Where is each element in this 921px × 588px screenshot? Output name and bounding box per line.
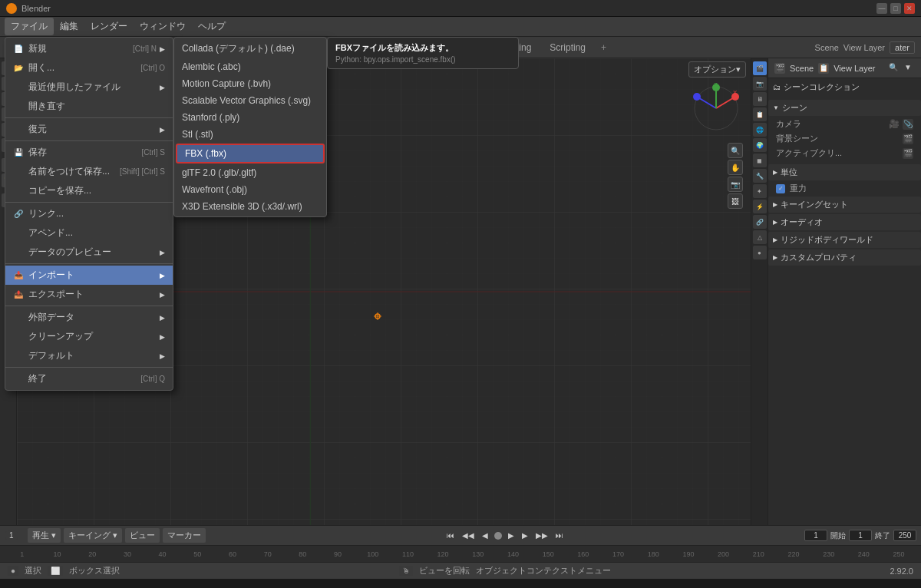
tool-hand[interactable]: ✋ xyxy=(728,160,743,175)
menu-new[interactable]: 📄 新規 [Ctrl] N ▶ xyxy=(5,39,173,58)
scene-name[interactable]: ater xyxy=(890,41,915,54)
prop-constraints-icon[interactable]: 🔗 xyxy=(753,215,767,229)
jump-start-btn[interactable]: ⏮ xyxy=(444,530,457,540)
right-panel-filter-icon[interactable]: ▼ xyxy=(904,63,915,74)
menu-render[interactable]: レンダー xyxy=(84,18,134,35)
append-label: アペンド... xyxy=(28,226,73,239)
timeline-num-20: 20 xyxy=(74,550,110,558)
prev-frame-btn[interactable]: ◀◀ xyxy=(459,530,477,540)
minimize-button[interactable]: — xyxy=(876,3,887,14)
menu-recover[interactable]: 復元 ▶ xyxy=(5,120,173,139)
blender-icon xyxy=(6,3,17,14)
menu-cleanup[interactable]: クリーンアップ ▶ xyxy=(5,327,173,346)
revert-label: 開き直す xyxy=(28,100,65,113)
prop-physics-icon[interactable]: ⚡ xyxy=(753,200,767,213)
menu-open[interactable]: 📂 開く... [Ctrl] O xyxy=(5,58,173,78)
current-frame-display[interactable]: 1 xyxy=(804,530,827,541)
menu-revert[interactable]: 開き直す xyxy=(5,97,173,116)
right-panel-header: 🎬 Scene 📋 View Layer 🔍 ▼ xyxy=(768,58,921,78)
prop-data-icon[interactable]: △ xyxy=(753,230,767,244)
play-dot[interactable] xyxy=(494,532,502,540)
prev-keyframe-btn[interactable]: ◀ xyxy=(479,530,491,540)
bg-scene-label: 背景シーン xyxy=(776,133,903,144)
keying-set-header[interactable]: ▶ キーイングセット xyxy=(768,197,921,213)
import-wavefront[interactable]: Wavefront (.obj) xyxy=(174,181,326,198)
prop-view-layer-icon[interactable]: 📋 xyxy=(753,107,767,121)
bg-scene-icon[interactable]: 🎬 xyxy=(903,134,913,144)
menu-defaults[interactable]: デフォルト ▶ xyxy=(5,346,173,365)
menu-external-data[interactable]: 外部データ ▶ xyxy=(5,308,173,327)
close-button[interactable]: ✕ xyxy=(904,3,915,14)
menu-data-preview[interactable]: データのプレビュー ▶ xyxy=(5,243,173,262)
menu-window[interactable]: ウィンドウ xyxy=(134,18,192,35)
menu-edit[interactable]: 編集 xyxy=(54,18,84,35)
menu-save-as[interactable]: 名前をつけて保存... [Shift] [Ctrl] S xyxy=(5,162,173,181)
tooltip-command: Python: bpy.ops.import_scene.fbx() xyxy=(335,55,510,64)
import-alembic[interactable]: Alembic (.abc) xyxy=(174,58,326,75)
menu-help[interactable]: ヘルプ xyxy=(192,18,232,35)
copy-save-label: コピーを保存... xyxy=(28,184,91,197)
unit-section-header[interactable]: ▶ 単位 xyxy=(768,164,921,180)
timeline-num-240: 240 xyxy=(847,550,882,558)
menu-quit[interactable]: 終了 [Ctrl] Q xyxy=(5,369,173,388)
scene-section-header[interactable]: ▼ シーン xyxy=(768,100,921,116)
prop-render-icon[interactable]: 📷 xyxy=(753,77,767,91)
frame-indicator: 1 xyxy=(5,530,18,540)
play-btn[interactable]: ▶ xyxy=(505,530,517,540)
playback-menu[interactable]: 再生 ▾ xyxy=(28,528,61,543)
menu-save[interactable]: 💾 保存 [Ctrl] S xyxy=(5,143,173,162)
view-menu[interactable]: ビュー xyxy=(125,528,160,543)
tool-camera-view[interactable]: 📷 xyxy=(728,177,743,192)
next-frame-btn[interactable]: ▶▶ xyxy=(533,530,551,540)
timeline[interactable]: 1 10 20 30 40 50 60 70 80 90 100 110 120… xyxy=(0,545,921,562)
tool-zoom[interactable]: 🔍 xyxy=(728,143,743,158)
prop-output-icon[interactable]: 🖥 xyxy=(753,92,767,106)
import-motion-capture[interactable]: Motion Capture (.bvh) xyxy=(174,75,326,92)
gravity-checkbox[interactable]: ✓ xyxy=(776,184,785,193)
menu-file[interactable]: ファイル xyxy=(5,18,54,35)
import-collada[interactable]: Collada (デフォルト) (.dae) xyxy=(174,39,326,58)
menu-append[interactable]: アペンド... xyxy=(5,223,173,243)
jump-end-btn[interactable]: ⏭ xyxy=(553,530,566,540)
menu-bar: ファイル 編集 レンダー ウィンドウ ヘルプ xyxy=(0,17,921,37)
tab-scripting[interactable]: Scripting xyxy=(540,39,595,56)
rigid-body-header[interactable]: ▶ リジッドボディワールド xyxy=(768,232,921,248)
prop-scene-icon[interactable]: 🎬 xyxy=(753,61,767,75)
end-frame-display[interactable]: 250 xyxy=(893,530,916,541)
import-gltf[interactable]: glTF 2.0 (.glb/.gltf) xyxy=(174,164,326,181)
menu-import[interactable]: 📥 インポート ▶ xyxy=(5,266,173,285)
menu-recent[interactable]: 最近使用したファイル ▶ xyxy=(5,78,173,97)
active-clip-icon[interactable]: 🎬 xyxy=(903,148,913,159)
viewport-options-btn[interactable]: オプション▾ xyxy=(688,61,746,78)
menu-link[interactable]: 🔗 リンク... xyxy=(5,204,173,223)
new-sub-arrow: ▶ xyxy=(160,45,165,53)
keying-menu[interactable]: キーイング ▾ xyxy=(64,528,122,543)
import-stl[interactable]: Stl (.stl) xyxy=(174,126,326,143)
add-workspace-button[interactable]: + xyxy=(595,39,612,56)
prop-scene-data-icon[interactable]: 🌐 xyxy=(753,123,767,137)
import-x3d[interactable]: X3D Extensible 3D (.x3d/.wrl) xyxy=(174,198,326,215)
import-svg[interactable]: Scalable Vector Graphics (.svg) xyxy=(174,92,326,109)
camera-link-icon[interactable]: 📎 xyxy=(903,119,913,130)
prop-object-icon[interactable]: ◼ xyxy=(753,154,767,167)
tool-render-preview[interactable]: 🖼 xyxy=(728,193,743,209)
start-frame-display[interactable]: 1 xyxy=(849,530,872,541)
copy-save-icon xyxy=(13,186,24,197)
custom-props-header[interactable]: ▶ カスタムプロパティ xyxy=(768,249,921,266)
prop-world-icon[interactable]: 🌍 xyxy=(753,138,767,152)
maximize-button[interactable]: □ xyxy=(890,3,901,14)
timeline-num-250: 250 xyxy=(881,550,916,558)
import-stanford[interactable]: Stanford (.ply) xyxy=(174,109,326,126)
right-panel-search-icon[interactable]: 🔍 xyxy=(889,63,900,74)
prop-modifier-icon[interactable]: 🔧 xyxy=(753,169,767,183)
prop-particles-icon[interactable]: ✦ xyxy=(753,184,767,198)
audio-section-header[interactable]: ▶ オーディオ xyxy=(768,214,921,230)
timeline-num-30: 30 xyxy=(110,550,145,558)
marker-menu[interactable]: マーカー xyxy=(163,528,206,543)
menu-export[interactable]: 📤 エクスポート ▶ xyxy=(5,285,173,304)
prop-material-icon[interactable]: ● xyxy=(753,246,767,259)
import-fbx[interactable]: FBX (.fbx) xyxy=(176,144,325,164)
next-keyframe-btn[interactable]: ▶ xyxy=(519,530,531,540)
menu-copy-save[interactable]: コピーを保存... xyxy=(5,181,173,200)
save-as-shortcut: [Shift] [Ctrl] S xyxy=(120,167,165,176)
